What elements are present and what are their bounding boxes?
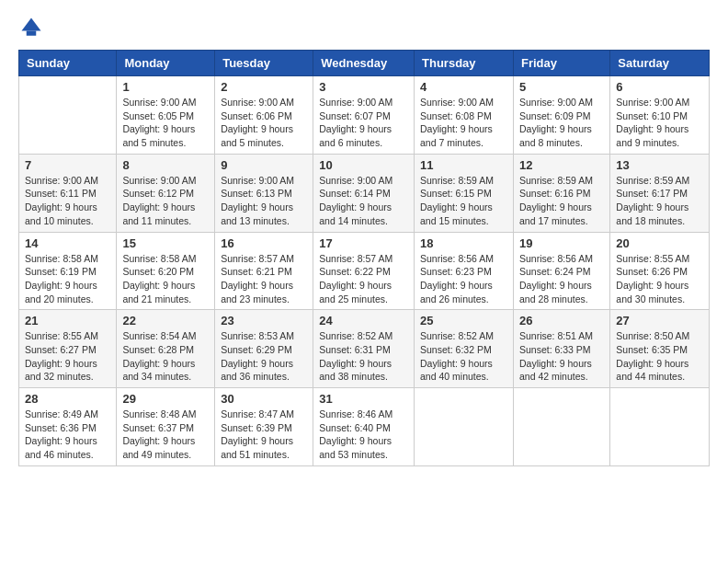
day-number: 15 (122, 236, 209, 250)
calendar-cell: 19Sunrise: 8:56 AMSunset: 6:24 PMDayligh… (513, 232, 609, 310)
day-number: 27 (616, 314, 703, 327)
svg-rect-1 (27, 31, 37, 36)
calendar-cell: 6Sunrise: 9:00 AMSunset: 6:10 PMDaylight… (610, 76, 710, 155)
day-number: 11 (420, 158, 507, 172)
day-detail: Sunrise: 8:58 AMSunset: 6:20 PMDaylight:… (122, 252, 209, 306)
day-number: 14 (25, 236, 110, 250)
day-number: 2 (221, 80, 307, 94)
calendar-cell: 10Sunrise: 9:00 AMSunset: 6:14 PMDayligh… (313, 154, 415, 232)
calendar-cell: 8Sunrise: 9:00 AMSunset: 6:12 PMDaylight… (117, 154, 215, 232)
day-header-thursday: Thursday (415, 51, 514, 76)
calendar-cell: 1Sunrise: 9:00 AMSunset: 6:05 PMDaylight… (117, 76, 215, 155)
day-detail: Sunrise: 9:00 AMSunset: 6:05 PMDaylight:… (122, 96, 209, 150)
calendar-cell: 7Sunrise: 9:00 AMSunset: 6:11 PMDaylight… (19, 154, 117, 232)
calendar-cell: 11Sunrise: 8:59 AMSunset: 6:15 PMDayligh… (415, 154, 514, 232)
day-detail: Sunrise: 8:52 AMSunset: 6:31 PMDaylight:… (319, 329, 408, 384)
calendar-cell: 4Sunrise: 9:00 AMSunset: 6:08 PMDaylight… (415, 76, 514, 155)
calendar-cell: 14Sunrise: 8:58 AMSunset: 6:19 PMDayligh… (19, 232, 117, 310)
day-detail: Sunrise: 9:00 AMSunset: 6:13 PMDaylight:… (221, 174, 307, 228)
day-number: 1 (122, 80, 209, 94)
day-number: 10 (319, 158, 408, 172)
calendar-cell: 2Sunrise: 9:00 AMSunset: 6:06 PMDaylight… (215, 76, 313, 155)
day-number: 5 (519, 80, 604, 94)
day-detail: Sunrise: 8:57 AMSunset: 6:22 PMDaylight:… (319, 252, 408, 306)
day-number: 25 (420, 314, 507, 327)
day-number: 31 (319, 392, 408, 406)
day-detail: Sunrise: 9:00 AMSunset: 6:12 PMDaylight:… (122, 174, 209, 228)
calendar-cell: 13Sunrise: 8:59 AMSunset: 6:17 PMDayligh… (610, 154, 710, 232)
day-detail: Sunrise: 8:46 AMSunset: 6:40 PMDaylight:… (319, 408, 408, 462)
day-number: 19 (519, 236, 604, 250)
day-detail: Sunrise: 8:47 AMSunset: 6:39 PMDaylight:… (221, 408, 307, 462)
day-detail: Sunrise: 9:00 AMSunset: 6:07 PMDaylight:… (319, 96, 408, 150)
calendar-week-1: 1Sunrise: 9:00 AMSunset: 6:05 PMDaylight… (19, 76, 710, 155)
day-number: 4 (420, 80, 507, 94)
day-header-friday: Friday (513, 51, 609, 76)
day-number: 28 (25, 392, 110, 406)
calendar-cell (513, 388, 609, 466)
day-detail: Sunrise: 8:53 AMSunset: 6:29 PMDaylight:… (221, 329, 307, 384)
day-detail: Sunrise: 9:00 AMSunset: 6:11 PMDaylight:… (25, 174, 110, 228)
calendar-cell: 15Sunrise: 8:58 AMSunset: 6:20 PMDayligh… (117, 232, 215, 310)
calendar-cell (610, 388, 710, 466)
calendar-cell: 28Sunrise: 8:49 AMSunset: 6:36 PMDayligh… (19, 388, 117, 466)
day-number: 12 (519, 158, 604, 172)
day-detail: Sunrise: 8:59 AMSunset: 6:16 PMDaylight:… (519, 174, 604, 228)
day-number: 22 (122, 314, 209, 327)
day-number: 3 (319, 80, 408, 94)
day-detail: Sunrise: 9:00 AMSunset: 6:09 PMDaylight:… (519, 96, 604, 150)
day-detail: Sunrise: 9:00 AMSunset: 6:14 PMDaylight:… (319, 174, 408, 228)
day-detail: Sunrise: 9:00 AMSunset: 6:06 PMDaylight:… (221, 96, 307, 150)
day-detail: Sunrise: 8:59 AMSunset: 6:15 PMDaylight:… (420, 174, 507, 228)
day-detail: Sunrise: 8:58 AMSunset: 6:19 PMDaylight:… (25, 252, 110, 306)
calendar-week-5: 28Sunrise: 8:49 AMSunset: 6:36 PMDayligh… (19, 388, 710, 466)
calendar-cell: 5Sunrise: 9:00 AMSunset: 6:09 PMDaylight… (513, 76, 609, 155)
day-detail: Sunrise: 8:49 AMSunset: 6:36 PMDaylight:… (25, 408, 110, 462)
calendar-header-row: SundayMondayTuesdayWednesdayThursdayFrid… (19, 51, 710, 76)
day-number: 16 (221, 236, 307, 250)
day-number: 8 (122, 158, 209, 172)
day-number: 6 (616, 80, 703, 94)
calendar-cell: 25Sunrise: 8:52 AMSunset: 6:32 PMDayligh… (415, 310, 514, 388)
day-header-tuesday: Tuesday (215, 51, 313, 76)
day-number: 23 (221, 314, 307, 327)
calendar-week-4: 21Sunrise: 8:55 AMSunset: 6:27 PMDayligh… (19, 310, 710, 388)
day-header-saturday: Saturday (610, 51, 710, 76)
day-detail: Sunrise: 8:57 AMSunset: 6:21 PMDaylight:… (221, 252, 307, 306)
calendar-cell: 12Sunrise: 8:59 AMSunset: 6:16 PMDayligh… (513, 154, 609, 232)
calendar-cell: 18Sunrise: 8:56 AMSunset: 6:23 PMDayligh… (415, 232, 514, 310)
calendar-cell: 29Sunrise: 8:48 AMSunset: 6:37 PMDayligh… (117, 388, 215, 466)
day-detail: Sunrise: 8:50 AMSunset: 6:35 PMDaylight:… (616, 329, 703, 384)
calendar-cell: 31Sunrise: 8:46 AMSunset: 6:40 PMDayligh… (313, 388, 415, 466)
calendar-cell: 17Sunrise: 8:57 AMSunset: 6:22 PMDayligh… (313, 232, 415, 310)
calendar-cell (415, 388, 514, 466)
calendar-table: SundayMondayTuesdayWednesdayThursdayFrid… (18, 50, 710, 466)
calendar-cell: 24Sunrise: 8:52 AMSunset: 6:31 PMDayligh… (313, 310, 415, 388)
day-header-monday: Monday (117, 51, 215, 76)
day-detail: Sunrise: 8:55 AMSunset: 6:26 PMDaylight:… (616, 252, 703, 306)
header (18, 15, 710, 40)
day-number: 20 (616, 236, 703, 250)
page: SundayMondayTuesdayWednesdayThursdayFrid… (0, 0, 728, 563)
calendar-cell: 9Sunrise: 9:00 AMSunset: 6:13 PMDaylight… (215, 154, 313, 232)
calendar-cell (19, 76, 117, 155)
calendar-cell: 16Sunrise: 8:57 AMSunset: 6:21 PMDayligh… (215, 232, 313, 310)
calendar-cell: 30Sunrise: 8:47 AMSunset: 6:39 PMDayligh… (215, 388, 313, 466)
day-number: 21 (25, 314, 110, 327)
day-detail: Sunrise: 8:48 AMSunset: 6:37 PMDaylight:… (122, 408, 209, 462)
svg-marker-0 (22, 18, 41, 31)
calendar-cell: 3Sunrise: 9:00 AMSunset: 6:07 PMDaylight… (313, 76, 415, 155)
day-detail: Sunrise: 9:00 AMSunset: 6:08 PMDaylight:… (420, 96, 507, 150)
day-detail: Sunrise: 8:59 AMSunset: 6:17 PMDaylight:… (616, 174, 703, 228)
calendar-cell: 21Sunrise: 8:55 AMSunset: 6:27 PMDayligh… (19, 310, 117, 388)
day-number: 26 (519, 314, 604, 327)
day-number: 7 (25, 158, 110, 172)
day-number: 13 (616, 158, 703, 172)
calendar-cell: 23Sunrise: 8:53 AMSunset: 6:29 PMDayligh… (215, 310, 313, 388)
logo (18, 15, 48, 40)
calendar-cell: 22Sunrise: 8:54 AMSunset: 6:28 PMDayligh… (117, 310, 215, 388)
day-number: 17 (319, 236, 408, 250)
calendar-week-2: 7Sunrise: 9:00 AMSunset: 6:11 PMDaylight… (19, 154, 710, 232)
calendar-week-3: 14Sunrise: 8:58 AMSunset: 6:19 PMDayligh… (19, 232, 710, 310)
day-detail: Sunrise: 8:55 AMSunset: 6:27 PMDaylight:… (25, 329, 110, 384)
